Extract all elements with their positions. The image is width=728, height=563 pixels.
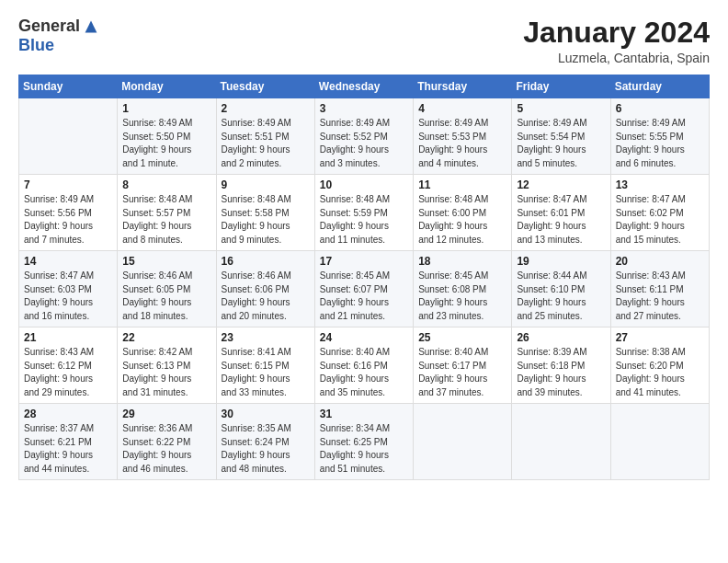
day-number: 5	[517, 102, 605, 115]
day-info: Sunrise: 8:49 AM Sunset: 5:50 PM Dayligh…	[122, 117, 210, 170]
day-number: 19	[517, 255, 605, 268]
table-row: 14Sunrise: 8:47 AM Sunset: 6:03 PM Dayli…	[19, 251, 118, 327]
day-info: Sunrise: 8:37 AM Sunset: 6:21 PM Dayligh…	[24, 422, 112, 476]
table-row: 12Sunrise: 8:47 AM Sunset: 6:01 PM Dayli…	[512, 175, 610, 251]
calendar: Sunday Monday Tuesday Wednesday Thursday…	[18, 75, 710, 480]
day-info: Sunrise: 8:35 AM Sunset: 6:24 PM Dayligh…	[222, 422, 310, 476]
day-number: 29	[122, 408, 210, 420]
table-row: 28Sunrise: 8:37 AM Sunset: 6:21 PM Dayli…	[19, 404, 118, 480]
col-sunday: Sunday	[19, 75, 118, 98]
table-row: 30Sunrise: 8:35 AM Sunset: 6:24 PM Dayli…	[216, 404, 314, 480]
day-number: 16	[222, 255, 310, 268]
table-row: 22Sunrise: 8:42 AM Sunset: 6:13 PM Dayli…	[118, 327, 216, 404]
calendar-week-row: 1Sunrise: 8:49 AM Sunset: 5:50 PM Daylig…	[19, 98, 710, 175]
day-info: Sunrise: 8:48 AM Sunset: 6:00 PM Dayligh…	[418, 193, 506, 247]
day-number: 2	[222, 102, 310, 115]
day-number: 3	[320, 102, 408, 115]
day-number: 21	[24, 331, 112, 344]
day-info: Sunrise: 8:47 AM Sunset: 6:02 PM Dayligh…	[616, 193, 704, 247]
logo-general-text: General	[18, 17, 80, 36]
day-number: 8	[122, 178, 210, 191]
day-info: Sunrise: 8:49 AM Sunset: 5:52 PM Dayligh…	[320, 117, 408, 170]
day-info: Sunrise: 8:49 AM Sunset: 5:53 PM Dayligh…	[418, 117, 506, 170]
day-info: Sunrise: 8:45 AM Sunset: 6:07 PM Dayligh…	[320, 270, 408, 323]
day-info: Sunrise: 8:49 AM Sunset: 5:54 PM Dayligh…	[517, 117, 605, 170]
table-row	[512, 404, 610, 480]
day-number: 14	[24, 255, 112, 268]
day-number: 10	[320, 178, 408, 191]
day-info: Sunrise: 8:46 AM Sunset: 6:06 PM Dayligh…	[222, 270, 310, 323]
day-info: Sunrise: 8:39 AM Sunset: 6:18 PM Dayligh…	[517, 346, 605, 399]
table-row: 2Sunrise: 8:49 AM Sunset: 5:51 PM Daylig…	[216, 98, 314, 175]
day-info: Sunrise: 8:46 AM Sunset: 6:05 PM Dayligh…	[122, 270, 210, 323]
logo: General Blue	[18, 17, 98, 55]
day-info: Sunrise: 8:49 AM Sunset: 5:56 PM Dayligh…	[24, 193, 112, 247]
table-row: 5Sunrise: 8:49 AM Sunset: 5:54 PM Daylig…	[512, 98, 610, 175]
table-row: 7Sunrise: 8:49 AM Sunset: 5:56 PM Daylig…	[19, 175, 118, 251]
table-row: 19Sunrise: 8:44 AM Sunset: 6:10 PM Dayli…	[512, 251, 610, 327]
day-info: Sunrise: 8:43 AM Sunset: 6:12 PM Dayligh…	[24, 346, 112, 399]
day-number: 30	[222, 408, 310, 420]
day-info: Sunrise: 8:49 AM Sunset: 5:51 PM Dayligh…	[222, 117, 310, 170]
day-info: Sunrise: 8:47 AM Sunset: 6:01 PM Dayligh…	[517, 193, 605, 247]
table-row: 21Sunrise: 8:43 AM Sunset: 6:12 PM Dayli…	[19, 327, 118, 404]
table-row: 13Sunrise: 8:47 AM Sunset: 6:02 PM Dayli…	[610, 175, 709, 251]
calendar-week-row: 14Sunrise: 8:47 AM Sunset: 6:03 PM Dayli…	[19, 251, 710, 327]
table-row: 27Sunrise: 8:38 AM Sunset: 6:20 PM Dayli…	[610, 327, 709, 404]
table-row: 8Sunrise: 8:48 AM Sunset: 5:57 PM Daylig…	[118, 175, 216, 251]
day-info: Sunrise: 8:36 AM Sunset: 6:22 PM Dayligh…	[122, 422, 210, 476]
calendar-week-row: 28Sunrise: 8:37 AM Sunset: 6:21 PM Dayli…	[19, 404, 710, 480]
table-row: 31Sunrise: 8:34 AM Sunset: 6:25 PM Dayli…	[314, 404, 413, 480]
day-info: Sunrise: 8:44 AM Sunset: 6:10 PM Dayligh…	[517, 270, 605, 323]
day-number: 26	[517, 331, 605, 344]
table-row: 10Sunrise: 8:48 AM Sunset: 5:59 PM Dayli…	[314, 175, 413, 251]
day-number: 23	[222, 331, 310, 344]
day-info: Sunrise: 8:34 AM Sunset: 6:25 PM Dayligh…	[320, 422, 408, 476]
table-row: 3Sunrise: 8:49 AM Sunset: 5:52 PM Daylig…	[314, 98, 413, 175]
table-row: 18Sunrise: 8:45 AM Sunset: 6:08 PM Dayli…	[414, 251, 512, 327]
table-row: 29Sunrise: 8:36 AM Sunset: 6:22 PM Dayli…	[118, 404, 216, 480]
day-number: 28	[24, 408, 112, 420]
location: Luzmela, Cantabria, Spain	[523, 51, 710, 65]
calendar-week-row: 21Sunrise: 8:43 AM Sunset: 6:12 PM Dayli…	[19, 327, 710, 404]
col-thursday: Thursday	[414, 75, 512, 98]
logo-icon	[84, 19, 98, 34]
day-info: Sunrise: 8:45 AM Sunset: 6:08 PM Dayligh…	[418, 270, 506, 323]
day-number: 4	[418, 102, 506, 115]
svg-marker-0	[85, 20, 97, 32]
day-info: Sunrise: 8:43 AM Sunset: 6:11 PM Dayligh…	[616, 270, 704, 323]
day-number: 12	[517, 178, 605, 191]
day-number: 25	[418, 331, 506, 344]
day-number: 9	[222, 178, 310, 191]
day-number: 20	[616, 255, 704, 268]
day-number: 6	[616, 102, 704, 115]
calendar-week-row: 7Sunrise: 8:49 AM Sunset: 5:56 PM Daylig…	[19, 175, 710, 251]
table-row: 15Sunrise: 8:46 AM Sunset: 6:05 PM Dayli…	[118, 251, 216, 327]
col-monday: Monday	[118, 75, 216, 98]
day-number: 11	[418, 178, 506, 191]
table-row: 25Sunrise: 8:40 AM Sunset: 6:17 PM Dayli…	[414, 327, 512, 404]
table-row	[610, 404, 709, 480]
day-number: 18	[418, 255, 506, 268]
day-number: 15	[122, 255, 210, 268]
header: General Blue January 2024 Luzmela, Canta…	[18, 17, 710, 65]
day-number: 22	[122, 331, 210, 344]
table-row: 6Sunrise: 8:49 AM Sunset: 5:55 PM Daylig…	[610, 98, 709, 175]
day-info: Sunrise: 8:48 AM Sunset: 5:59 PM Dayligh…	[320, 193, 408, 247]
day-info: Sunrise: 8:40 AM Sunset: 6:17 PM Dayligh…	[418, 346, 506, 399]
day-number: 13	[616, 178, 704, 191]
table-row: 11Sunrise: 8:48 AM Sunset: 6:00 PM Dayli…	[414, 175, 512, 251]
day-number: 17	[320, 255, 408, 268]
table-row: 9Sunrise: 8:48 AM Sunset: 5:58 PM Daylig…	[216, 175, 314, 251]
day-number: 27	[616, 331, 704, 344]
table-row	[414, 404, 512, 480]
calendar-header-row: Sunday Monday Tuesday Wednesday Thursday…	[19, 75, 710, 98]
table-row: 23Sunrise: 8:41 AM Sunset: 6:15 PM Dayli…	[216, 327, 314, 404]
page: General Blue January 2024 Luzmela, Canta…	[0, 0, 728, 563]
day-info: Sunrise: 8:49 AM Sunset: 5:55 PM Dayligh…	[616, 117, 704, 170]
day-info: Sunrise: 8:48 AM Sunset: 5:57 PM Dayligh…	[122, 193, 210, 247]
day-info: Sunrise: 8:41 AM Sunset: 6:15 PM Dayligh…	[222, 346, 310, 399]
month-title: January 2024	[523, 17, 710, 49]
col-tuesday: Tuesday	[216, 75, 314, 98]
table-row: 17Sunrise: 8:45 AM Sunset: 6:07 PM Dayli…	[314, 251, 413, 327]
